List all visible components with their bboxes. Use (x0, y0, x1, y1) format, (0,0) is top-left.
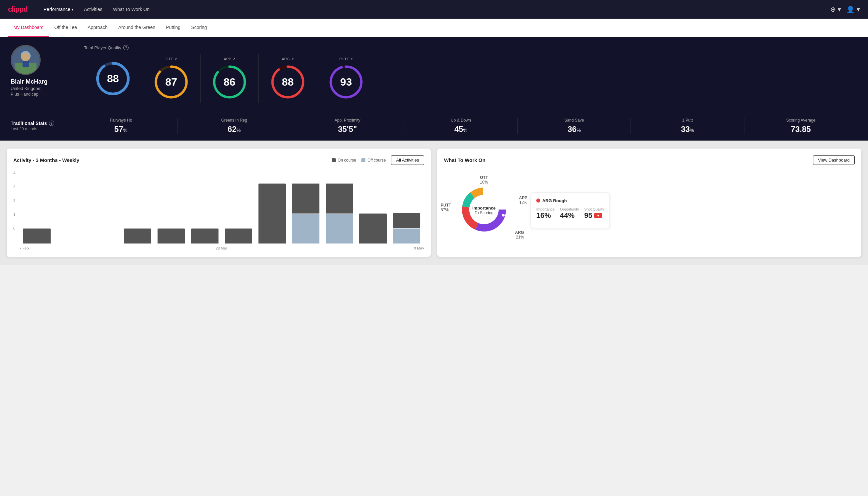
logo: clippd (8, 5, 28, 14)
arg-rough-card: ARG Rough Importance 16% Opportunity 44%… (531, 192, 610, 228)
stat-up-and-down: Up & Down 45% (404, 118, 517, 134)
off-course-bar (292, 214, 319, 244)
stats-label-area: Traditional Stats ? Last 20 rounds (11, 121, 64, 131)
putt-label: PUTT ↗ (340, 57, 353, 61)
bars-container (19, 184, 424, 244)
bar-group (122, 184, 154, 244)
svg-point-23 (502, 214, 505, 217)
arg-rough-dot (536, 199, 540, 203)
ott-arrow-icon: ↗ (174, 57, 177, 61)
stat-1-putt: 1 Putt 33% (631, 118, 744, 134)
activity-chart-title: Activity - 3 Months - Weekly (13, 157, 79, 163)
app-label: APP ↗ (224, 57, 235, 61)
stats-help-icon[interactable]: ? (49, 121, 54, 126)
player-name: Blair McHarg (11, 78, 48, 85)
metric-shot-quality: Shot Quality 95 ▼ (584, 207, 604, 220)
ott-score-value: 87 (165, 76, 177, 88)
hero-section: Blair McHarg United Kingdom Plus Handica… (0, 37, 868, 111)
down-badge: ▼ (594, 213, 602, 218)
on-course-bar (23, 229, 50, 244)
tab-my-dashboard[interactable]: My Dashboard (8, 19, 49, 37)
on-course-bar (359, 214, 386, 244)
all-activities-button[interactable]: All Activities (391, 155, 424, 165)
nav-activities[interactable]: Activities (84, 7, 102, 12)
app-arrow-icon: ↗ (233, 57, 235, 61)
tab-scoring[interactable]: Scoring (186, 19, 212, 37)
on-course-bar (258, 184, 286, 244)
stat-scoring-average: Scoring Average 73.85 (744, 118, 857, 134)
avatar (11, 45, 41, 75)
on-course-bar (191, 229, 219, 244)
legend-off-course: Off course (361, 158, 386, 162)
stat-fairways-hit: Fairways Hit 57% (64, 118, 177, 134)
nav-right: ⊕ ▾ 👤 ▾ (830, 5, 860, 13)
score-circles: 88 OTT ↗ 87 (84, 54, 857, 103)
bar-group (390, 184, 423, 244)
user-menu-button[interactable]: 👤 ▾ (846, 5, 860, 13)
player-country: United Kingdom (11, 86, 42, 91)
chart-legend: On course Off course (332, 158, 386, 162)
metric-opportunity: Opportunity 44% (560, 207, 579, 220)
on-course-bar (158, 229, 185, 244)
putt-score-circle: 93 (328, 64, 364, 100)
chart-area: 7 Feb 28 Mar 9 May (19, 170, 424, 244)
arg-arrow-icon: ↗ (291, 57, 294, 61)
off-course-bar (393, 229, 420, 244)
chart-body: 0 1 2 3 4 (13, 170, 424, 244)
x-label-7-feb: 7 Feb (19, 246, 29, 250)
putt-score-value: 93 (340, 76, 352, 88)
arg-score-card: ARG ↗ 88 (259, 54, 317, 103)
activity-chart-header: Activity - 3 Months - Weekly On course O… (13, 155, 424, 165)
sub-nav: My Dashboard Off the Tee Approach Around… (0, 19, 868, 37)
app-score-circle: 86 (211, 64, 248, 100)
stat-app-proximity: App. Proximity 35'5" (291, 118, 404, 134)
stats-sublabel: Last 20 rounds (11, 127, 64, 131)
ott-label: OTT ↗ (165, 57, 177, 61)
bar-group (289, 184, 322, 244)
svg-point-22 (483, 190, 485, 192)
bar-group (54, 184, 86, 244)
nav-what-to-work-on[interactable]: What To Work On (113, 7, 149, 12)
main-score-circle: 88 (95, 60, 131, 97)
donut-section: OTT 10% APP 12% ARG 21% PUTT 57% (444, 170, 855, 250)
x-label-28-mar: 28 Mar (216, 246, 227, 250)
app-segment-label: APP 12% (519, 196, 527, 205)
avatar-image (12, 45, 40, 75)
work-on-header: What To Work On View Dashboard (444, 155, 855, 165)
stat-greens-in-reg: Greens In Reg 62% (177, 118, 290, 134)
bar-group (222, 184, 255, 244)
help-icon[interactable]: ? (123, 45, 129, 50)
panels: Activity - 3 Months - Weekly On course O… (0, 141, 868, 265)
work-on-panel: What To Work On View Dashboard OTT 10% A… (437, 149, 861, 257)
tab-approach[interactable]: Approach (82, 19, 113, 37)
arg-score-circle: 88 (269, 64, 306, 100)
legend-on-course: On course (332, 158, 356, 162)
svg-point-4 (21, 52, 30, 61)
svg-point-24 (491, 231, 494, 233)
ott-score-card: OTT ↗ 87 (142, 54, 201, 103)
arg-rough-title: ARG Rough (536, 198, 604, 203)
top-nav: clippd Performance ▾ Activities What To … (0, 0, 868, 19)
on-course-bar (225, 229, 252, 244)
bar-group (155, 184, 188, 244)
on-course-dot (332, 158, 336, 162)
stats-row: Traditional Stats ? Last 20 rounds Fairw… (0, 111, 868, 141)
donut-area: OTT 10% APP 12% ARG 21% PUTT 57% (444, 173, 524, 247)
main-score-value: 88 (107, 73, 119, 85)
empty-bar (54, 243, 86, 244)
info-metrics: Importance 16% Opportunity 44% Shot Qual… (536, 207, 604, 220)
off-course-bar (326, 214, 353, 244)
metric-importance: Importance 16% (536, 207, 555, 220)
work-on-title: What To Work On (444, 157, 485, 163)
add-button[interactable]: ⊕ ▾ (830, 5, 841, 13)
x-label-9-may: 9 May (414, 246, 424, 250)
tab-putting[interactable]: Putting (160, 19, 186, 37)
chevron-down-icon: ▾ (72, 7, 73, 11)
nav-performance[interactable]: Performance ▾ (44, 7, 73, 12)
tab-off-the-tee[interactable]: Off the Tee (49, 19, 82, 37)
tab-around-the-green[interactable]: Around the Green (113, 19, 160, 37)
view-dashboard-button[interactable]: View Dashboard (813, 155, 855, 165)
main-score-card: 88 (84, 58, 142, 99)
stats-label: Traditional Stats ? (11, 121, 64, 126)
donut-svg-wrap: Importance To Scoring (457, 183, 510, 237)
